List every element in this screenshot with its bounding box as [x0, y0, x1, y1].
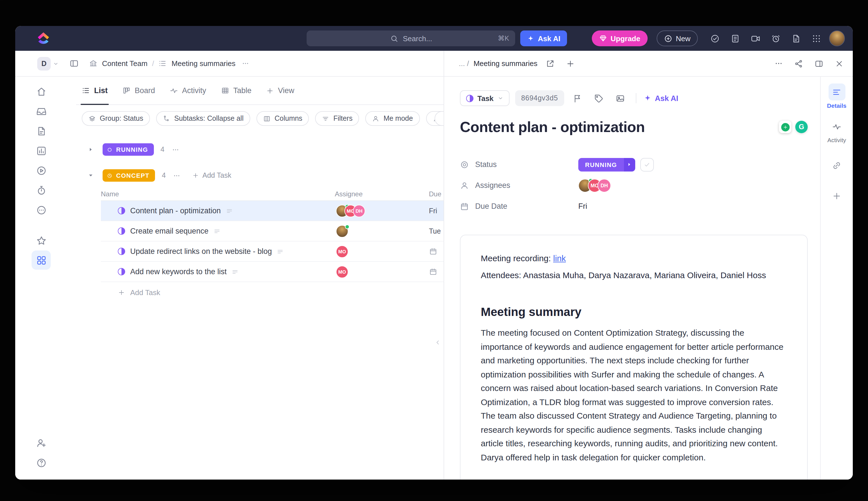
sidebar-docs-icon[interactable] — [32, 121, 51, 140]
new-button[interactable]: New — [657, 31, 698, 46]
sidebar-more-icon[interactable] — [32, 200, 51, 220]
pane-resize-handle[interactable] — [433, 338, 442, 347]
list-pane: D Content Team / Meeting summaries — [15, 51, 443, 480]
check-circle-icon[interactable] — [706, 30, 723, 47]
layout-panel-icon[interactable] — [811, 56, 827, 71]
tab-add-view[interactable]: View — [266, 77, 294, 104]
collapse-caret-icon[interactable] — [86, 147, 96, 152]
detail-breadcrumb-prefix[interactable]: ... / — [459, 59, 469, 68]
column-assignee[interactable]: Assignee — [335, 190, 429, 198]
search-input[interactable]: Search... ⌘K — [307, 31, 515, 46]
tab-details[interactable]: Details — [827, 84, 847, 109]
tab-activity[interactable]: Activity — [827, 118, 846, 143]
columns-pill[interactable]: Columns — [256, 111, 309, 126]
task-title[interactable]: Content plan - optimization — [460, 118, 772, 136]
doc-page-icon[interactable] — [788, 30, 804, 47]
chevron-down-icon — [53, 61, 59, 66]
add-task-button[interactable]: Add Task — [101, 282, 443, 302]
expand-caret-icon[interactable] — [86, 173, 96, 178]
avatar-dh[interactable]: DH — [597, 179, 611, 192]
sidebar-home-icon[interactable] — [32, 82, 51, 101]
group-add-task-button[interactable]: Add Task — [192, 171, 231, 179]
status-dropdown[interactable]: RUNNING — [578, 158, 635, 171]
table-row[interactable]: Update redirect links on the website - b… — [101, 242, 443, 262]
sidebar-inbox-icon[interactable] — [32, 102, 51, 121]
group-more-icon[interactable] — [171, 145, 179, 154]
list-view-icon — [159, 59, 167, 68]
breadcrumb-page[interactable]: Meeting summaries — [172, 59, 235, 68]
table-header: Name Assignee Due — [101, 187, 443, 201]
record-video-icon[interactable] — [747, 30, 764, 47]
breadcrumb: Content Team / Meeting summaries — [89, 58, 251, 69]
filters-pill[interactable]: Filters — [315, 111, 359, 126]
subtasks-pill[interactable]: Subtasks: Collapse all — [156, 111, 250, 126]
sidebar-timesheet-icon[interactable] — [32, 181, 51, 200]
grammarly-icon[interactable]: G — [795, 121, 808, 133]
sidebar-clips-icon[interactable] — [32, 161, 51, 180]
image-icon[interactable] — [613, 90, 628, 106]
alarm-clock-icon[interactable] — [767, 30, 784, 47]
invite-user-icon[interactable] — [32, 433, 51, 452]
task-status-icon[interactable] — [118, 207, 125, 214]
tag-icon[interactable] — [591, 90, 607, 106]
more-actions-icon[interactable] — [770, 56, 786, 71]
detail-ask-ai-button[interactable]: Ask AI — [644, 94, 678, 103]
workspace-switcher[interactable]: D — [37, 57, 59, 70]
notepad-icon[interactable] — [726, 30, 744, 47]
sidebar-dashboards-icon[interactable] — [32, 141, 51, 160]
open-in-new-icon[interactable] — [542, 56, 558, 71]
sidebar-rail — [15, 77, 67, 480]
group-header-concept: CONCEPT 4 Add Task — [86, 167, 443, 184]
task-status-icon[interactable] — [118, 248, 125, 255]
recording-link[interactable]: link — [553, 253, 566, 263]
breadcrumb-team[interactable]: Content Team — [102, 59, 147, 68]
ask-ai-button[interactable]: Ask AI — [520, 31, 567, 46]
person-icon — [372, 115, 380, 122]
column-due[interactable]: Due — [429, 190, 443, 198]
table-row[interactable]: Create email sequence Tue — [101, 221, 443, 242]
due-date-value[interactable]: Fri — [578, 202, 587, 211]
group-by-pill[interactable]: Group: Status — [82, 111, 150, 126]
column-name[interactable]: Name — [101, 190, 335, 198]
status-target-icon — [460, 160, 469, 169]
next-status-icon[interactable] — [624, 158, 635, 171]
clickup-logo-icon[interactable] — [37, 32, 50, 45]
task-description[interactable]: Meeting recording: link Attendees: Anast… — [460, 235, 808, 480]
sidebar-toggle-icon[interactable] — [66, 56, 82, 71]
set-due-date-icon[interactable] — [429, 247, 437, 256]
close-icon[interactable] — [831, 56, 847, 71]
extension-badge[interactable] — [779, 121, 791, 133]
add-field-icon[interactable] — [828, 187, 845, 204]
sidebar-spaces-icon[interactable] — [32, 250, 51, 270]
task-id-badge[interactable]: 8694gv3d5 — [515, 90, 564, 106]
tab-board[interactable]: Board — [122, 77, 155, 104]
table-row[interactable]: Add new keywords to the list MO — [101, 262, 443, 282]
upgrade-button[interactable]: Upgrade — [592, 31, 648, 46]
task-status-icon[interactable] — [118, 227, 125, 235]
tab-list[interactable]: List — [82, 77, 108, 104]
me-mode-pill[interactable]: Me mode — [365, 111, 420, 126]
online-dot — [345, 224, 350, 229]
help-icon[interactable] — [32, 453, 51, 472]
gem-icon — [600, 34, 607, 42]
mark-complete-checkbox[interactable] — [640, 158, 653, 171]
breadcrumb-more-icon[interactable] — [240, 58, 251, 69]
detail-breadcrumb-page[interactable]: Meeting summaries — [473, 59, 537, 68]
status-group-pill[interactable]: RUNNING — [102, 143, 154, 156]
columns-icon — [263, 115, 271, 122]
tab-table[interactable]: Table — [221, 77, 252, 104]
task-status-icon[interactable] — [118, 268, 125, 275]
apps-grid-icon[interactable] — [808, 30, 825, 47]
group-more-icon[interactable] — [173, 171, 181, 180]
link-icon[interactable] — [828, 157, 845, 174]
tab-activity[interactable]: Activity — [170, 77, 206, 104]
task-type-dropdown[interactable]: Task — [460, 90, 509, 106]
add-tab-icon[interactable] — [562, 56, 578, 71]
status-group-pill[interactable]: CONCEPT — [102, 169, 155, 182]
flag-icon[interactable] — [570, 90, 586, 106]
sidebar-favorites-icon[interactable] — [32, 231, 51, 250]
user-avatar[interactable] — [829, 31, 845, 46]
table-row[interactable]: Content plan - optimization MO DH Fri — [101, 201, 443, 221]
share-icon[interactable] — [791, 56, 806, 71]
set-due-date-icon[interactable] — [429, 267, 437, 276]
